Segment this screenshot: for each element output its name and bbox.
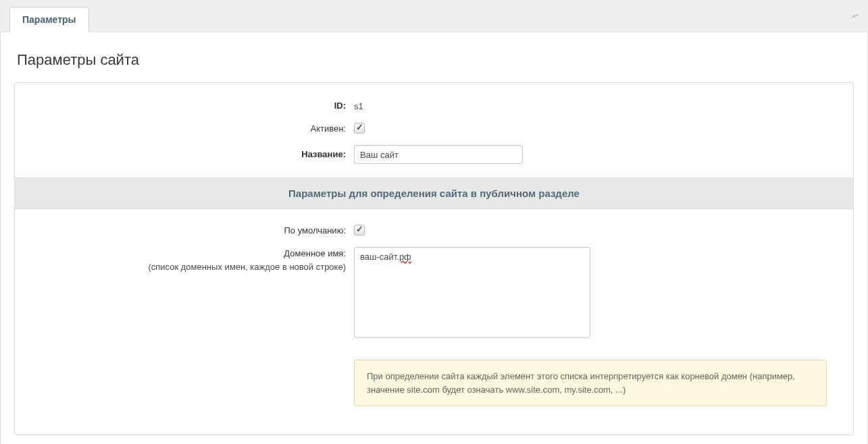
page-title: Параметры сайта [17, 51, 861, 69]
domain-note: При определении сайта каждый элемент это… [354, 360, 827, 406]
domain-label: Доменное имя: [284, 248, 346, 258]
settings-panel: ID: s1 Активен: Название: Параметры для … [14, 82, 854, 435]
row-active: Активен: [27, 122, 841, 136]
id-value: s1 [351, 101, 841, 111]
domain-textarea-value: ваш-сайт.рф [360, 252, 411, 262]
active-checkbox[interactable] [354, 123, 365, 134]
tab-parameters[interactable]: Параметры [9, 7, 89, 32]
page-root: Параметры Параметры сайта ID: s1 Активен… [0, 0, 868, 444]
row-id: ID: s1 [27, 99, 841, 113]
domain-sublabel: (список доменных имен, каждое в новой ст… [27, 260, 346, 274]
row-domain: Доменное имя: (список доменных имен, каж… [27, 247, 841, 338]
default-label: По умолчанию: [284, 225, 346, 235]
domain-textarea[interactable]: ваш-сайт.рф [354, 247, 590, 338]
default-checkbox[interactable] [354, 225, 365, 235]
section-heading: Параметры для определения сайта в публич… [15, 177, 853, 209]
pin-icon[interactable] [847, 9, 860, 24]
active-label: Активен: [310, 123, 346, 134]
name-input[interactable] [354, 145, 523, 164]
row-default: По умолчанию: [27, 224, 841, 238]
name-label: Название: [301, 149, 346, 159]
tab-strip: Параметры [0, 0, 868, 32]
row-domain-note: При определении сайта каждый элемент это… [27, 348, 841, 406]
id-label: ID: [334, 101, 346, 111]
content-area: Параметры сайта ID: s1 Активен: Название… [0, 32, 868, 444]
row-name: Название: [27, 145, 841, 164]
